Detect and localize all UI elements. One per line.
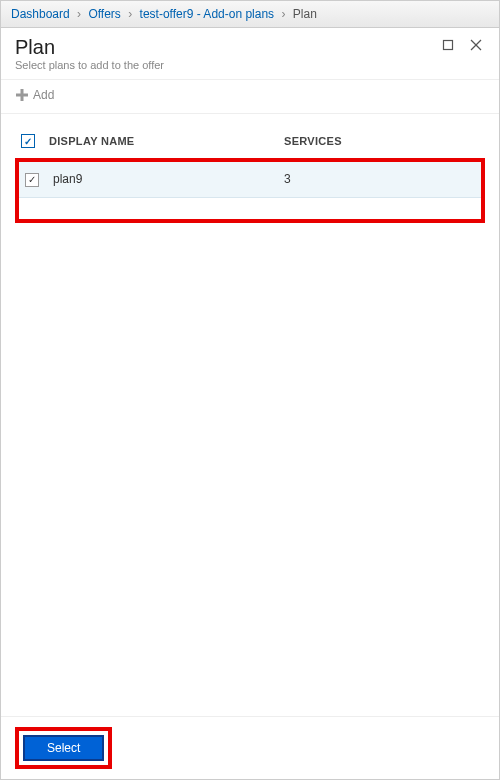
table-row-spacer [19,197,481,219]
blade-footer: Select [1,716,499,779]
page-title: Plan [15,36,429,59]
select-button[interactable]: Select [23,735,104,761]
maximize-button[interactable] [439,36,457,54]
close-icon [470,39,482,51]
select-all-checkbox[interactable]: ✓ [21,134,35,148]
svg-rect-4 [16,94,28,97]
breadcrumb-dashboard[interactable]: Dashboard [11,7,70,21]
toolbar: Add [1,80,499,114]
plans-table-header: ✓ DISPLAY NAME SERVICES [15,128,485,154]
breadcrumb-current: Plan [293,7,317,21]
add-button[interactable]: Add [15,88,54,102]
breadcrumb: Dashboard › Offers › test-offer9 - Add-o… [1,1,499,28]
column-header-services[interactable]: SERVICES [278,128,485,154]
page-subtitle: Select plans to add to the offer [15,59,429,71]
blade-header: Plan Select plans to add to the offer [1,28,499,80]
table-row[interactable]: ✓ plan9 3 [19,162,481,197]
close-button[interactable] [467,36,485,54]
chevron-right-icon: › [281,7,285,21]
highlighted-row-annotation: ✓ plan9 3 [15,158,485,223]
plans-table-area: ✓ DISPLAY NAME SERVICES ✓ plan9 3 [1,114,499,716]
row-checkbox[interactable]: ✓ [25,173,39,187]
chevron-right-icon: › [77,7,81,21]
plus-icon [15,88,29,102]
cell-services: 3 [278,162,481,197]
chevron-right-icon: › [128,7,132,21]
add-button-label: Add [33,88,54,102]
svg-rect-0 [444,41,453,50]
cell-display-name: plan9 [47,162,278,197]
highlighted-select-annotation: Select [15,727,112,769]
breadcrumb-offers[interactable]: Offers [88,7,120,21]
maximize-icon [442,39,454,51]
column-header-display-name[interactable]: DISPLAY NAME [43,128,278,154]
breadcrumb-test-offer9[interactable]: test-offer9 - Add-on plans [140,7,275,21]
